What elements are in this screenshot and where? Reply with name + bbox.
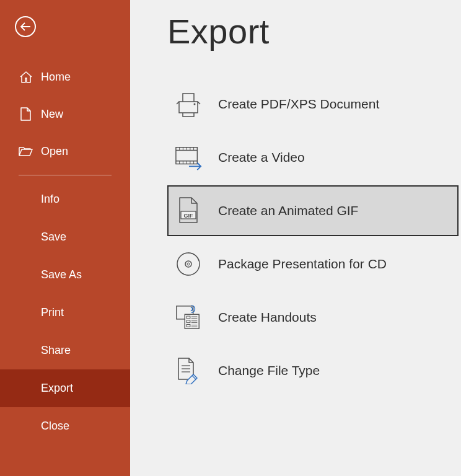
export-option-handouts[interactable]: Create Handouts	[167, 292, 459, 343]
export-option-label: Create PDF/XPS Document	[218, 97, 379, 112]
sidebar-item-export[interactable]: Export	[0, 369, 130, 407]
back-arrow-icon	[20, 22, 31, 32]
svg-point-1	[194, 104, 196, 105]
sidebar-divider	[19, 175, 112, 175]
sidebar-item-info[interactable]: Info	[0, 180, 130, 218]
sidebar-item-label: Info	[41, 193, 59, 206]
sidebar-item-save-as[interactable]: Save As	[0, 256, 130, 294]
sidebar-item-label: Share	[41, 344, 71, 357]
sidebar-item-close[interactable]: Close	[0, 407, 130, 445]
gif-file-icon: GIF	[175, 197, 202, 224]
home-icon	[19, 69, 33, 84]
cd-disc-icon	[175, 250, 202, 278]
export-option-label: Create a Video	[218, 150, 305, 165]
export-option-label: Create Handouts	[218, 310, 317, 325]
export-option-label: Change File Type	[218, 363, 320, 378]
sidebar-item-share[interactable]: Share	[0, 332, 130, 369]
sidebar-item-open[interactable]: Open	[19, 133, 130, 170]
svg-point-18	[185, 261, 191, 267]
folder-open-icon	[19, 144, 33, 159]
sidebar-item-label: Print	[41, 306, 64, 319]
sidebar-item-save[interactable]: Save	[0, 218, 130, 256]
export-option-label: Package Presentation for CD	[218, 257, 387, 271]
new-document-icon	[19, 107, 33, 121]
export-option-video[interactable]: Create a Video	[167, 132, 459, 183]
main-content: Export Create PDF/XPS Document	[130, 0, 461, 476]
handouts-icon	[175, 304, 202, 331]
export-option-pdf[interactable]: Create PDF/XPS Document	[167, 79, 459, 130]
sidebar-item-new[interactable]: New	[19, 95, 130, 133]
export-option-cd[interactable]: Package Presentation for CD	[167, 239, 459, 289]
svg-text:GIF: GIF	[184, 213, 194, 219]
sidebar-item-label: Open	[41, 145, 68, 158]
sidebar-item-label: Save As	[41, 268, 82, 281]
sidebar-item-label: Close	[41, 420, 69, 433]
video-icon	[175, 144, 202, 171]
sidebar-item-label: Export	[41, 382, 73, 395]
svg-point-19	[187, 263, 190, 265]
change-filetype-icon	[175, 357, 202, 384]
sidebar-item-home[interactable]: Home	[19, 58, 130, 95]
sidebar: Home New Open Info Save	[0, 0, 130, 476]
sidebar-item-label: New	[41, 108, 63, 121]
sidebar-item-label: Home	[41, 71, 71, 84]
export-option-label: Create an Animated GIF	[218, 203, 358, 218]
sidebar-item-label: Save	[41, 231, 66, 244]
export-option-filetype[interactable]: Change File Type	[167, 345, 459, 396]
sidebar-item-print[interactable]: Print	[0, 294, 130, 332]
export-option-gif[interactable]: GIF Create an Animated GIF	[167, 185, 459, 236]
page-title: Export	[167, 11, 461, 51]
back-button[interactable]	[15, 16, 36, 37]
pdf-document-icon	[175, 90, 202, 118]
